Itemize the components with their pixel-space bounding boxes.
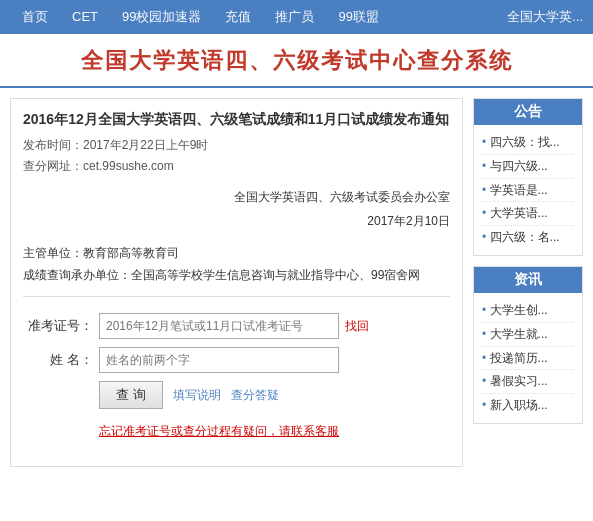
news-item-3[interactable]: 投递简历... [482, 347, 574, 371]
notice-date2: 2017年2月10日 [23, 209, 450, 233]
announce-section: 公告 四六级：找... 与四六级... 学英语是... 大学英语... 四六级：… [473, 98, 583, 256]
forget-row: 忘记准考证号或查分过程有疑问，请联系客服 [23, 417, 450, 440]
left-content: 2016年12月全国大学英语四、六级笔试成绩和11月口试成绩发布通知 发布时间：… [10, 98, 463, 467]
news-item-4[interactable]: 暑假实习... [482, 370, 574, 394]
fill-desc-link[interactable]: 填写说明 [173, 387, 221, 404]
news-item-2[interactable]: 大学生就... [482, 323, 574, 347]
notice-site: 查分网址：cet.99sushe.com [23, 158, 450, 175]
notice-admin: 成绩查询承办单位：全国高等学校学生信息咨询与就业指导中心、99宿舍网 [23, 265, 450, 287]
score-qa-link[interactable]: 查分答疑 [231, 387, 279, 404]
top-nav: 首页 CET 99校园加速器 充值 推广员 99联盟 全国大学英... [0, 0, 593, 34]
nav-cet[interactable]: CET [60, 0, 110, 34]
nav-alliance[interactable]: 99联盟 [326, 0, 390, 34]
notice-date: 发布时间：2017年2月22日上午9时 [23, 137, 450, 154]
announce-item-5[interactable]: 四六级：名... [482, 226, 574, 249]
page-title: 全国大学英语四、六级考试中心查分系统 [0, 34, 593, 88]
announce-item-3[interactable]: 学英语是... [482, 179, 574, 203]
news-item-1[interactable]: 大学生创... [482, 299, 574, 323]
main-layout: 2016年12月全国大学英语四、六级笔试成绩和11月口试成绩发布通知 发布时间：… [0, 88, 593, 477]
name-label: 姓 名： [23, 351, 93, 369]
exam-id-row: 准考证号： 找回 [23, 313, 450, 339]
right-sidebar: 公告 四六级：找... 与四六级... 学英语是... 大学英语... 四六级：… [473, 98, 583, 467]
announce-item-4[interactable]: 大学英语... [482, 202, 574, 226]
announce-item-2[interactable]: 与四六级... [482, 155, 574, 179]
name-input[interactable] [99, 347, 339, 373]
form-area: 准考证号： 找回 姓 名： 查 询 填写说明 查分答疑 忘记准考证号或查分过程有… [23, 307, 450, 454]
nav-recharge[interactable]: 充值 [213, 0, 263, 34]
nav-right-text: 全国大学英... [507, 8, 583, 26]
button-row: 查 询 填写说明 查分答疑 [23, 381, 450, 409]
announce-header: 公告 [474, 99, 582, 125]
notice-host: 主管单位：教育部高等教育司 [23, 243, 450, 265]
announce-list: 四六级：找... 与四六级... 学英语是... 大学英语... 四六级：名..… [474, 125, 582, 255]
notice-body: 全国大学英语四、六级考试委员会办公室 2017年2月10日 [23, 185, 450, 233]
announce-item-1[interactable]: 四六级：找... [482, 131, 574, 155]
name-row: 姓 名： [23, 347, 450, 373]
news-section: 资讯 大学生创... 大学生就... 投递简历... 暑假实习... 新入职场.… [473, 266, 583, 424]
notice-org: 全国大学英语四、六级考试委员会办公室 [23, 185, 450, 209]
divider [23, 296, 450, 297]
exam-id-input[interactable] [99, 313, 339, 339]
find-back-link[interactable]: 找回 [345, 318, 369, 335]
query-button[interactable]: 查 询 [99, 381, 163, 409]
notice-title: 2016年12月全国大学英语四、六级笔试成绩和11月口试成绩发布通知 [23, 111, 450, 129]
nav-promoter[interactable]: 推广员 [263, 0, 326, 34]
exam-id-label: 准考证号： [23, 317, 93, 335]
nav-home[interactable]: 首页 [10, 0, 60, 34]
news-header: 资讯 [474, 267, 582, 293]
forget-link[interactable]: 忘记准考证号或查分过程有疑问，请联系客服 [99, 423, 339, 440]
news-list: 大学生创... 大学生就... 投递简历... 暑假实习... 新入职场... [474, 293, 582, 423]
nav-accelerator[interactable]: 99校园加速器 [110, 0, 213, 34]
notice-footer: 主管单位：教育部高等教育司 成绩查询承办单位：全国高等学校学生信息咨询与就业指导… [23, 243, 450, 286]
news-item-5[interactable]: 新入职场... [482, 394, 574, 417]
